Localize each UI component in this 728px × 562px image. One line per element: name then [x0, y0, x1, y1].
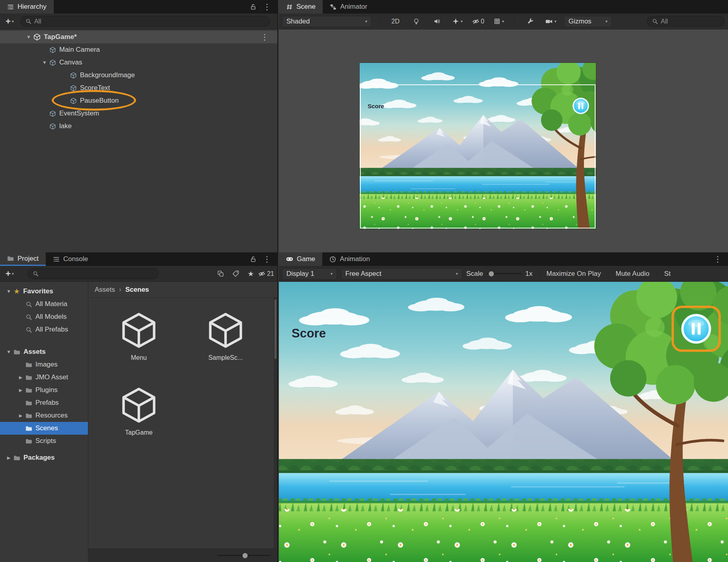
- kebab-menu-icon[interactable]: ⋮: [263, 255, 271, 263]
- tab-project[interactable]: Project: [0, 252, 46, 266]
- create-object-button[interactable]: + ▾: [3, 16, 16, 27]
- hierarchy-search-input[interactable]: All: [20, 16, 270, 27]
- tab-console[interactable]: Console: [46, 252, 95, 266]
- kebab-menu-icon[interactable]: ⋮: [261, 33, 269, 41]
- game-viewport[interactable]: Score: [279, 282, 728, 562]
- scene-camera-settings-button[interactable]: ▾: [543, 16, 559, 27]
- project-files-pane: Assets › Scenes Menu SampleSc...: [88, 282, 277, 562]
- hierarchy-item-scene-root[interactable]: ▼ TapGame* ⋮: [0, 31, 277, 43]
- scene-effects-button[interactable]: ▾: [450, 16, 465, 27]
- tab-animation[interactable]: Animation: [322, 252, 377, 266]
- console-icon: [53, 256, 60, 263]
- grid-settings-button[interactable]: ▾: [491, 16, 506, 27]
- tree-item-assets[interactable]: ▼ Assets: [0, 345, 88, 358]
- component-tools-button[interactable]: [523, 16, 538, 27]
- foldout-right-icon[interactable]: ▶: [16, 375, 25, 380]
- search-by-label-button[interactable]: [228, 268, 243, 279]
- scene-toolbar: Shaded ▾ 2D ▾ 0 ▾ ▾: [279, 14, 728, 29]
- folder-icon: [14, 349, 20, 355]
- scene-audio-button[interactable]: [429, 16, 444, 27]
- tree-item-prefabs[interactable]: Prefabs: [0, 396, 88, 409]
- plus-icon: +: [6, 17, 11, 26]
- vertical-scrollbar[interactable]: [274, 298, 277, 548]
- lock-icon[interactable]: [250, 4, 257, 10]
- foldout-down-icon[interactable]: ▼: [40, 60, 49, 65]
- hierarchy-search-placeholder: All: [34, 18, 41, 25]
- tab-animator[interactable]: Animator: [323, 0, 374, 14]
- folder-icon: [7, 255, 14, 262]
- aspect-ratio-dropdown[interactable]: Free Aspect ▾: [341, 268, 462, 279]
- tree-item-all-models[interactable]: All Models: [0, 310, 88, 323]
- hierarchy-item-lake[interactable]: lake: [0, 120, 277, 133]
- 2d-toggle-button[interactable]: 2D: [388, 16, 403, 27]
- folder-icon: [25, 425, 32, 432]
- chevron-down-icon: ▾: [331, 271, 333, 276]
- mute-audio-button[interactable]: Mute Audio: [611, 268, 654, 279]
- hierarchy-item-scoretext[interactable]: ScoreText: [0, 82, 277, 94]
- hierarchy-item-backgroundimage[interactable]: BackgroundImage: [0, 69, 277, 82]
- slider-thumb[interactable]: [242, 553, 247, 558]
- pause-button[interactable]: [572, 97, 590, 115]
- score-text: Score: [292, 326, 326, 341]
- aspect-value: Free Aspect: [345, 270, 382, 278]
- tag-icon: [232, 270, 239, 277]
- create-asset-button[interactable]: + ▾: [3, 268, 16, 279]
- foldout-right-icon[interactable]: ▶: [16, 414, 25, 418]
- unity-scene-file-icon: [120, 311, 158, 349]
- hierarchy-item-main-camera[interactable]: Main Camera: [0, 43, 277, 56]
- scene-search-input[interactable]: All: [647, 16, 725, 27]
- save-search-button[interactable]: ★: [243, 268, 258, 279]
- foldout-down-icon[interactable]: ▼: [24, 35, 33, 39]
- tree-item-all-prefabs[interactable]: All Prefabs: [0, 323, 88, 336]
- tree-item-images[interactable]: Images: [0, 358, 88, 371]
- tab-game[interactable]: Game: [279, 252, 322, 266]
- foldout-down-icon[interactable]: ▼: [4, 289, 14, 294]
- slider-thumb[interactable]: [489, 271, 494, 276]
- pause-button[interactable]: [680, 313, 712, 345]
- folder-icon: [25, 412, 32, 419]
- scene-canvas-preview[interactable]: Score: [360, 63, 596, 229]
- asset-samplescene[interactable]: SampleSc...: [196, 311, 255, 361]
- shading-mode-value: Shaded: [286, 18, 310, 25]
- tree-item-resources[interactable]: ▶ Resources: [0, 409, 88, 422]
- hierarchy-item-eventsystem[interactable]: EventSystem: [0, 107, 277, 120]
- tree-item-packages[interactable]: ▶ Packages: [0, 451, 88, 464]
- tree-item-all-materials[interactable]: All Materia: [0, 298, 88, 310]
- hidden-count-button[interactable]: 21: [258, 268, 274, 279]
- eye-slash-icon: [258, 270, 265, 277]
- unity-scene-icon: [33, 33, 41, 41]
- hierarchy-item-canvas[interactable]: ▼ Canvas: [0, 56, 277, 69]
- hierarchy-item-pausebutton[interactable]: PauseButton: [0, 94, 277, 107]
- display-dropdown[interactable]: Display 1 ▾: [282, 268, 337, 279]
- maximize-on-play-button[interactable]: Maximize On Play: [542, 268, 606, 279]
- breadcrumb-scenes[interactable]: Scenes: [125, 286, 149, 294]
- clock-icon: [329, 256, 336, 263]
- lock-icon[interactable]: [250, 256, 257, 263]
- scrollbar-thumb[interactable]: [274, 299, 276, 359]
- tree-item-scenes[interactable]: Scenes: [0, 422, 88, 435]
- shading-mode-dropdown[interactable]: Shaded ▾: [282, 16, 372, 27]
- thumbnail-zoom-slider[interactable]: [218, 555, 270, 556]
- kebab-menu-icon[interactable]: ⋮: [714, 255, 722, 263]
- asset-menu-scene[interactable]: Menu: [109, 311, 169, 361]
- asset-tapgame-scene[interactable]: TapGame: [109, 386, 169, 436]
- project-search-input[interactable]: [27, 268, 159, 279]
- tree-item-plugins[interactable]: ▶ Plugins: [0, 384, 88, 396]
- breadcrumb-assets[interactable]: Assets: [95, 286, 115, 294]
- kebab-menu-icon[interactable]: ⋮: [263, 3, 271, 11]
- stats-button[interactable]: St: [660, 268, 675, 279]
- foldout-down-icon[interactable]: ▼: [4, 349, 14, 354]
- foldout-right-icon[interactable]: ▶: [4, 456, 14, 460]
- scale-slider[interactable]: [487, 273, 522, 274]
- tab-scene[interactable]: Scene: [279, 0, 323, 14]
- scene-lighting-button[interactable]: [409, 16, 424, 27]
- foldout-right-icon[interactable]: ▶: [16, 388, 25, 392]
- tab-hierarchy[interactable]: Hierarchy: [0, 0, 54, 14]
- gizmos-dropdown[interactable]: Gizmos ▾: [564, 16, 612, 27]
- scene-viewport[interactable]: Score: [279, 29, 728, 252]
- tree-item-favorites[interactable]: ▼ ★ Favorites: [0, 285, 88, 298]
- scene-hidden-objects-button[interactable]: 0: [471, 16, 486, 27]
- tree-item-scripts[interactable]: Scripts: [0, 435, 88, 447]
- search-by-type-button[interactable]: [213, 268, 228, 279]
- tree-item-jmo-asset[interactable]: ▶ JMO Asset: [0, 371, 88, 384]
